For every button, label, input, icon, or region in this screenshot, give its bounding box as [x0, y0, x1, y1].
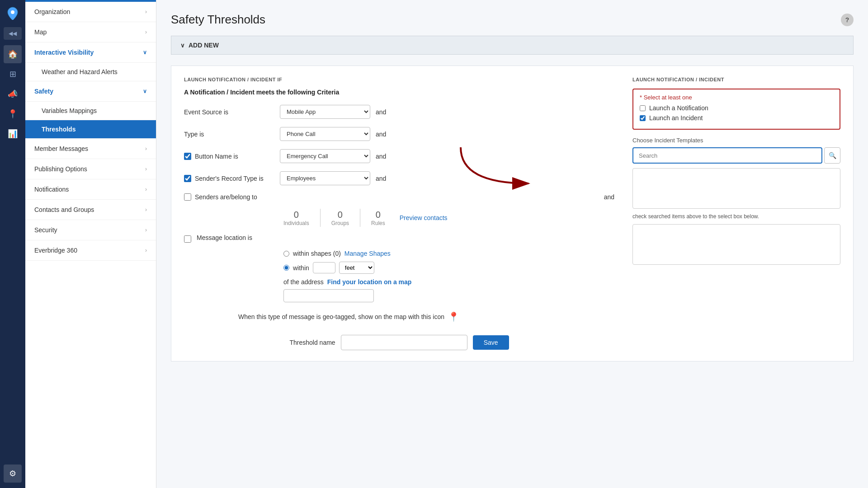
selected-templates-box	[632, 224, 840, 265]
add-new-label: ADD NEW	[189, 42, 219, 49]
type-is-select[interactable]: Phone Call SMS Email	[280, 127, 370, 141]
find-location-link[interactable]: Find your location on a map	[327, 278, 412, 286]
save-button[interactable]: Save	[473, 335, 509, 350]
and-text: and	[376, 108, 386, 116]
within-prefix: within	[293, 264, 309, 272]
launch-notification-label: Launch a Notification	[649, 104, 708, 112]
two-col-layout: LAUNCH NOTIFICATION / INCIDENT IF A Noti…	[184, 77, 840, 350]
sidebar-item-notifications[interactable]: Notifications ›	[25, 179, 156, 200]
contacts-stats-row: 0 Individuals 0 Groups 0 Rules	[184, 209, 614, 227]
within-shapes-radio[interactable]	[283, 251, 289, 257]
template-search-row: 🔍	[632, 147, 840, 164]
launch-incident-checkbox[interactable]	[640, 115, 646, 121]
svg-point-0	[11, 10, 14, 14]
nav-chart-icon[interactable]: 📊	[4, 125, 22, 143]
senders-belong-checkbox[interactable]	[184, 193, 191, 201]
geotagged-text: When this type of message is geo-tagged,…	[238, 313, 444, 320]
chevron-right-icon: ›	[145, 145, 147, 152]
within-distance-radio[interactable]	[283, 265, 289, 271]
sidebar-item-contacts-groups[interactable]: Contacts and Groups ›	[25, 200, 156, 220]
nav-megaphone-icon[interactable]: 📣	[4, 85, 22, 103]
manage-shapes-link[interactable]: Manage Shapes	[344, 250, 391, 257]
address-prefix: of the address	[283, 278, 324, 286]
address-row: of the address Find your location on a m…	[283, 278, 614, 286]
sidebar-item-member-messages[interactable]: Member Messages ›	[25, 139, 156, 159]
individuals-label: Individuals	[283, 220, 309, 226]
message-location-label: Message location is	[197, 234, 252, 241]
sidebar-item-thresholds[interactable]: Thresholds	[25, 120, 156, 139]
nav-layers-icon[interactable]: ⊞	[4, 65, 22, 83]
senders-belong-row: Senders are/belong to and	[184, 193, 614, 201]
chevron-right-icon: ›	[145, 227, 147, 233]
event-source-select[interactable]: Mobile App Web API	[280, 105, 370, 119]
threshold-name-label: Threshold name	[289, 339, 335, 346]
location-options: within shapes (0) Manage Shapes within f…	[184, 250, 614, 302]
nav-collapse-toggle[interactable]: ◀◀	[4, 27, 22, 40]
message-location-checkbox[interactable]	[184, 235, 191, 243]
threshold-name-input[interactable]	[341, 335, 467, 350]
button-name-select[interactable]: Emergency Call SOS Check In	[280, 149, 370, 163]
sidebar-item-security[interactable]: Security ›	[25, 220, 156, 240]
sidebar-item-map[interactable]: Map ›	[25, 22, 156, 42]
address-input[interactable]	[283, 289, 374, 302]
page-title: Safety Thresholds	[171, 13, 265, 27]
groups-label: Groups	[331, 220, 349, 226]
sidebar-item-organization[interactable]: Organization ›	[25, 2, 156, 22]
form-container: LAUNCH NOTIFICATION / INCIDENT IF A Noti…	[171, 66, 854, 361]
within-shapes-row: within shapes (0) Manage Shapes	[283, 250, 614, 257]
sidebar-section-interactive-visibility[interactable]: Interactive Visibility ∨	[25, 42, 156, 63]
launch-notification-checkbox[interactable]	[640, 105, 646, 111]
button-name-label: Button Name is	[195, 153, 238, 160]
sidebar: Organization › Map › Interactive Visibil…	[25, 0, 156, 488]
choose-templates-label: Choose Incident Templates	[632, 137, 840, 144]
geotagged-row: When this type of message is geo-tagged,…	[184, 311, 614, 322]
threshold-name-row: Threshold name Save	[184, 335, 614, 350]
launch-incident-label: Launch an Incident	[649, 114, 703, 122]
help-icon[interactable]: ?	[841, 14, 854, 26]
chevron-right-icon: ›	[145, 247, 147, 253]
chevron-down-icon: ∨	[143, 49, 147, 56]
nav-settings-icon[interactable]: ⚙	[4, 465, 22, 483]
senders-belong-checkbox-label: Senders are/belong to	[184, 193, 274, 201]
add-new-bar[interactable]: ∨ ADD NEW	[171, 36, 854, 55]
sidebar-item-everbridge360[interactable]: Everbridge 360 ›	[25, 240, 156, 261]
within-unit-select[interactable]: feet meters miles km	[339, 262, 374, 274]
select-at-least-one-box: * Select at least one Launch a Notificat…	[632, 89, 840, 130]
nav-home-icon[interactable]: 🏠	[4, 45, 22, 63]
template-search-button[interactable]: 🔍	[824, 147, 840, 164]
event-source-row: Event Source is Mobile App Web API and	[184, 105, 614, 119]
groups-count: 0	[331, 210, 349, 220]
left-section-label: LAUNCH NOTIFICATION / INCIDENT IF	[184, 77, 614, 82]
and-text: and	[376, 175, 386, 182]
within-shapes-label: within shapes (0)	[293, 250, 341, 257]
check-note: check searched items above to the select…	[632, 213, 840, 220]
senders-record-select[interactable]: Employees Contractors Visitors	[280, 171, 370, 185]
senders-record-checkbox[interactable]	[184, 175, 191, 182]
sidebar-item-weather-hazard[interactable]: Weather and Hazard Alerts	[25, 63, 156, 81]
page-title-row: Safety Thresholds ?	[171, 13, 854, 27]
sidebar-item-publishing-options[interactable]: Publishing Options ›	[25, 159, 156, 179]
and-text: and	[604, 193, 614, 201]
sidebar-item-variables-mappings[interactable]: Variables Mappings	[25, 102, 156, 120]
and-text: and	[376, 131, 386, 138]
type-is-row: Type is Phone Call SMS Email and	[184, 127, 614, 141]
stat-divider	[360, 209, 360, 227]
individuals-stat: 0 Individuals	[283, 210, 309, 226]
senders-belong-label: Senders are/belong to	[195, 193, 257, 201]
app-logo	[4, 4, 22, 22]
button-name-checkbox-label: Button Name is	[184, 153, 274, 160]
rules-stat: 0 Rules	[371, 210, 385, 226]
within-distance-input[interactable]	[313, 262, 335, 273]
chevron-right-icon: ›	[145, 9, 147, 15]
template-list-box	[632, 168, 840, 209]
sidebar-section-safety[interactable]: Safety ∨	[25, 81, 156, 102]
button-name-checkbox[interactable]	[184, 153, 191, 160]
preview-contacts-link[interactable]: Preview contacts	[400, 214, 448, 221]
template-search-input[interactable]	[632, 147, 822, 164]
nav-pin-icon[interactable]: 📍	[4, 105, 22, 123]
chevron-right-icon: ›	[145, 29, 147, 35]
right-panel-title: LAUNCH NOTIFICATION / INCIDENT	[632, 77, 840, 82]
location-pin-icon: 📍	[448, 311, 459, 322]
chevron-right-icon: ›	[145, 186, 147, 192]
stat-divider	[320, 209, 321, 227]
